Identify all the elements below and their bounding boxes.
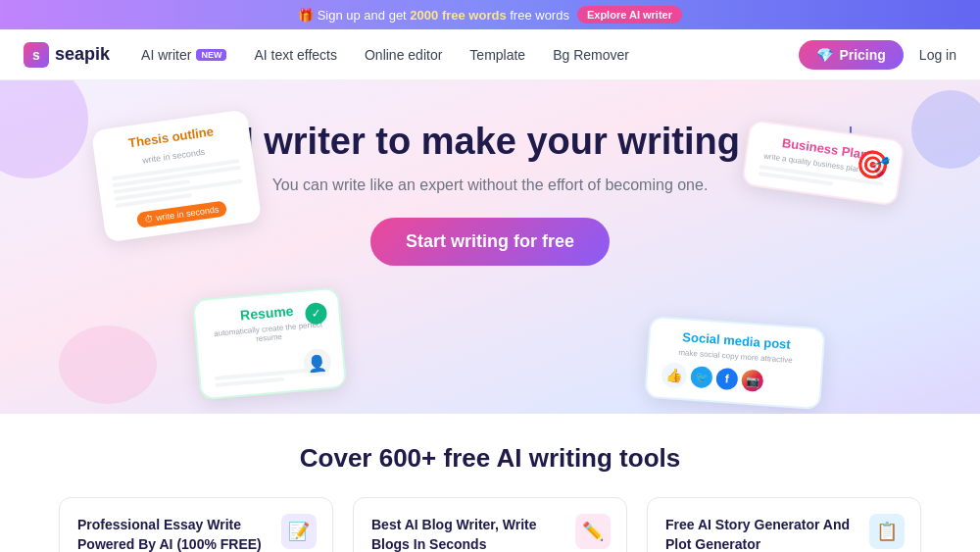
target-icon: 🎯	[854, 146, 892, 183]
social-icons: 👍 🐦 f 📷	[661, 362, 807, 397]
new-badge: NEW	[196, 49, 226, 61]
banner-text: 🎁 Sign up and get 2000 free words free w…	[298, 8, 569, 23]
pricing-button[interactable]: 💎 Pricing	[799, 40, 903, 70]
tool-card-essay: 📝 Professional Essay Write Powered By AI…	[59, 497, 333, 552]
blog-icon: ✏️	[575, 514, 611, 549]
explore-button[interactable]: Explore AI writer	[577, 6, 682, 24]
cta-button[interactable]: Start writing for free	[370, 218, 610, 266]
nav-template[interactable]: Template	[469, 47, 525, 63]
top-banner: 🎁 Sign up and get 2000 free words free w…	[0, 0, 980, 29]
blog-card-title: Best AI Blog Writer, Write Blogs In Seco…	[371, 516, 609, 552]
nav-ai-text-effects[interactable]: AI text effects	[254, 47, 337, 63]
instagram-icon: 📷	[741, 370, 763, 392]
nav-right: 💎 Pricing Log in	[799, 40, 956, 70]
tools-section: Cover 600+ free AI writing tools 📝 Profe…	[0, 414, 980, 552]
nav-ai-writer[interactable]: AI writer NEW	[141, 47, 226, 63]
hero-section: Thesis outline write in seconds ⏱ write …	[0, 80, 980, 414]
nav-online-editor[interactable]: Online editor	[365, 47, 442, 63]
essay-icon: 📝	[281, 514, 317, 549]
nav-links: AI writer NEW AI text effects Online edi…	[141, 47, 767, 63]
social-card: Social media post make social copy more …	[644, 316, 825, 410]
story-card-title: Free AI Story Generator And Plot Generat…	[665, 516, 903, 552]
nav-bg-remover[interactable]: Bg Remover	[553, 47, 629, 63]
login-link[interactable]: Log in	[919, 47, 956, 63]
banner-highlight: 2000 free words	[410, 8, 506, 23]
tool-card-story: 📋 Free AI Story Generator And Plot Gener…	[647, 497, 921, 552]
tool-card-blog: ✏️ Best AI Blog Writer, Write Blogs In S…	[353, 497, 627, 552]
facebook-icon: f	[715, 368, 738, 390]
thesis-timer: ⏱ write in seconds	[136, 200, 227, 228]
like-icon: 👍	[661, 362, 688, 389]
logo-text: seapik	[55, 44, 110, 65]
resume-card: Resume automatically create the perfect …	[192, 287, 347, 401]
thesis-card: Thesis outline write in seconds ⏱ write …	[91, 109, 262, 242]
twitter-icon: 🐦	[690, 366, 712, 388]
tools-title: Cover 600+ free AI writing tools	[59, 443, 921, 474]
logo-icon: s	[24, 42, 49, 68]
essay-card-title: Professional Essay Write Powered By AI (…	[77, 516, 315, 552]
story-icon: 📋	[869, 514, 905, 549]
logo[interactable]: s seapik	[24, 42, 110, 68]
tools-grid: 📝 Professional Essay Write Powered By AI…	[59, 497, 921, 552]
navbar: s seapik AI writer NEW AI text effects O…	[0, 29, 980, 80]
blob-decoration-3	[59, 326, 157, 404]
